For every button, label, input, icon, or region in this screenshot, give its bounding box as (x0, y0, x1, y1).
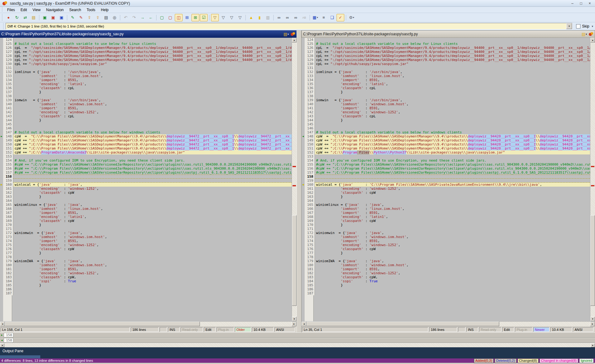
code-line-134[interactable]: 134 'iomport' : 8591, (302, 78, 590, 82)
code-line-139[interactable]: 139iomwin = {'java' : '/usr/bin/java', (0, 98, 292, 102)
pane-splitter[interactable] (297, 30, 302, 332)
menu-help[interactable]: Help (98, 7, 112, 13)
code-line-178[interactable]: 178 (302, 255, 590, 259)
prev-diff-icon[interactable]: ← (147, 14, 155, 21)
open-files-icon[interactable]: ▤ (30, 14, 37, 21)
toolbar-overflow-icon[interactable]: ▾ (592, 25, 593, 28)
code-line-182[interactable]: 182 'encoding' : 'windows-1252', (0, 271, 292, 275)
statistics-icon[interactable]: ▦▾ (311, 14, 319, 21)
menu-files[interactable]: Files (4, 7, 18, 13)
code-line-155[interactable]: 155#cpW += ";C:\\Program Files\\SASHome\… (302, 162, 590, 167)
code-line-126[interactable]: 126cpL = "/opt/sasinside/SASHome/SASDepl… (0, 46, 292, 50)
code-line-152[interactable]: 152cpW += ";C:\\ProgramData\\Anaconda3\\… (0, 150, 292, 154)
left-vscroll-thumb[interactable] (292, 215, 297, 306)
code-line-144[interactable]: 144 } (0, 118, 292, 122)
code-line-134[interactable]: 134 'iomport' : 8591, (0, 78, 292, 82)
edit-first-icon[interactable]: ✎ (69, 14, 77, 21)
code-line-166[interactable]: 166 'iomhost' : 'linux.iom.host', (302, 207, 590, 211)
scroll-left-icon[interactable]: ◄ (0, 343, 4, 347)
minimize-button[interactable]: ‒ (568, 1, 576, 6)
output-pane-tab[interactable] (0, 355, 40, 358)
warning-icon[interactable]: ▲ (247, 14, 255, 21)
code-line-151[interactable]: 151cpW += ";C:\\Program Files\\SASHome\\… (302, 146, 590, 150)
code-line-127[interactable]: 127cpL += ":/opt/sasinside/SASHome/SASDe… (302, 50, 590, 54)
code-line-153[interactable]: 153 (0, 154, 292, 158)
right-folder-icon[interactable]: ▤ (582, 32, 585, 37)
code-line-128[interactable]: 128cpL += ":/opt/sasinside/SASHome/SASDe… (0, 54, 292, 58)
next-diff-icon[interactable]: → (139, 14, 146, 21)
options-icon[interactable]: ⚙▾ (348, 14, 355, 21)
code-line-133[interactable]: 133 'iomhost' : 'linux.iom.host', (0, 74, 292, 78)
code-line-184[interactable]: 184 'sspi' : True (0, 279, 292, 283)
code-line-148[interactable]: ◀148cpW = "C:\\Program Files\\SASHome\\S… (302, 134, 590, 138)
code-line-147[interactable]: 147# build out a local classpath variabl… (0, 130, 292, 134)
scroll-right-icon[interactable]: ► (590, 322, 595, 326)
swap-panes-icon[interactable]: ⇄ (21, 14, 29, 21)
menubar-grip[interactable] (1, 7, 3, 12)
code-line-127[interactable]: 127cpL += ":/opt/sasinside/SASHome/SASDe… (0, 50, 292, 54)
code-line-130[interactable]: 130cpL += ":/opt/github/saspy/java/saspy… (0, 62, 292, 66)
code-line-142[interactable]: 142 'encoding' : 'windows-1252', (302, 110, 590, 114)
code-line-153[interactable]: 153 (302, 154, 590, 158)
code-line-180[interactable]: 180 'iomhost' : 'windows.iom.host', (0, 263, 292, 267)
find-next-icon[interactable]: ∞ (284, 14, 291, 21)
code-line-164[interactable]: 164 (0, 199, 292, 203)
code-line-154[interactable]: 154# And, if you've configured IOM to us… (302, 158, 590, 162)
code-line-179[interactable]: 179winiomIWA = {'java' : 'java', (302, 259, 590, 263)
code-line-165[interactable]: 165winiomlinux = {'java' : 'java', (0, 203, 292, 207)
code-line-181[interactable]: 181 'iomport' : 8591, (0, 267, 292, 271)
left-vscroll-track[interactable] (292, 42, 297, 317)
code-line-160[interactable]: ◀160winlocal = {'java' : 'C:\\Program Fi… (302, 183, 590, 187)
code-line-167[interactable]: 167 'iomport' : 8591, (302, 211, 590, 215)
maximize-button[interactable]: □ (577, 1, 585, 6)
right-hscroll-thumb[interactable] (306, 322, 499, 326)
code-line-132[interactable]: 132iomlinux = {'java' : '/usr/bin/java', (0, 70, 292, 74)
code-line-145[interactable]: 145 (302, 122, 590, 126)
code-line-137[interactable]: 137 } (302, 90, 590, 94)
scroll-left-icon[interactable]: ◄ (0, 322, 5, 326)
right-vscroll-track[interactable] (590, 42, 595, 317)
code-line-183[interactable]: 183 'classpath' : cpW, (302, 275, 590, 279)
detail-horizontal-scrollbar[interactable]: ◄ ► (0, 343, 595, 347)
code-line-149[interactable]: 149cpW += ";C:\\Program Files\\SASHome\\… (0, 138, 292, 142)
menu-navigation[interactable]: Navigation (43, 7, 67, 13)
code-line-176[interactable]: 176 'classpath' : cpW (0, 247, 292, 251)
code-line-142[interactable]: 142 'encoding' : 'windows-1252', (0, 110, 292, 114)
code-line-159[interactable]: 159 (302, 179, 590, 183)
code-line-155[interactable]: 155#cpW += ";C:\\Program Files\\SASHome\… (0, 162, 292, 167)
code-line-161[interactable]: 161 'encoding' : 'windows-1252', (302, 187, 590, 191)
code-line-139[interactable]: 139iomwin = {'java' : '/usr/bin/java', (302, 98, 590, 102)
code-line-138[interactable]: 138 (0, 94, 292, 98)
code-line-148[interactable]: ▶148cpW = "C:\\Program Files\\SASHome\\S… (0, 134, 292, 138)
code-line-136[interactable]: 136 'classpath' : cpL (0, 86, 292, 90)
code-line-170[interactable]: 170 } (302, 223, 590, 227)
menu-edit[interactable]: Edit (18, 7, 30, 13)
code-line-152[interactable]: 152cpW += ";C:\\Program Files\\Python\\P… (302, 150, 590, 154)
code-line-145[interactable]: 145 (0, 122, 292, 126)
scroll-up-icon[interactable]: ▲ (292, 38, 297, 42)
code-line-129[interactable]: 129cpL += ":/opt/sasinside/SASHome/SASDe… (0, 58, 292, 62)
code-line-182[interactable]: 182 'encoding' : 'windows-1252', (302, 271, 590, 275)
menu-tools[interactable]: Tools (84, 7, 98, 13)
code-line-186[interactable]: 186 (302, 287, 590, 291)
recompare-icon[interactable]: ↻ (13, 14, 21, 21)
code-line-125[interactable]: 125# build out a local classpath variabl… (302, 42, 590, 46)
code-line-133[interactable]: 133 'iomhost' : 'linux.iom.host', (302, 74, 590, 78)
save-both-icon[interactable]: ▣ (58, 14, 65, 21)
code-line-130[interactable]: 130cpL += ":/opt/github/saspy/java/saspy… (302, 62, 590, 66)
code-line-140[interactable]: 140 'iomhost' : 'windows.iom.host', (0, 102, 292, 106)
plugins-icon[interactable]: ❑ (328, 14, 336, 21)
code-line-146[interactable]: 146 (302, 126, 590, 130)
code-line-135[interactable]: 135 'encoding' : 'latin1', (0, 82, 292, 86)
right-vertical-scrollbar[interactable]: ▲ ▼ (590, 38, 595, 321)
bookmark-icon[interactable]: ▮ (256, 14, 263, 21)
copy-to-first-icon[interactable]: ⇧ (86, 14, 93, 21)
code-line-180[interactable]: 180 'iomhost' : 'windows.iom.host', (302, 263, 590, 267)
save-first-icon[interactable]: ▣ (41, 14, 49, 21)
left-hscroll-track[interactable] (5, 322, 292, 326)
code-line-174[interactable]: 174 'iomport' : 8591, (0, 239, 292, 243)
code-line-147[interactable]: 147# build out a local classpath variabl… (302, 130, 590, 134)
code-line-169[interactable]: 169 'classpath' : cpW (302, 219, 590, 223)
code-line-126[interactable]: 126cpL = "/opt/sasinside/SASHome/SASDepl… (302, 46, 590, 50)
code-line-177[interactable]: 177 } (0, 251, 292, 255)
